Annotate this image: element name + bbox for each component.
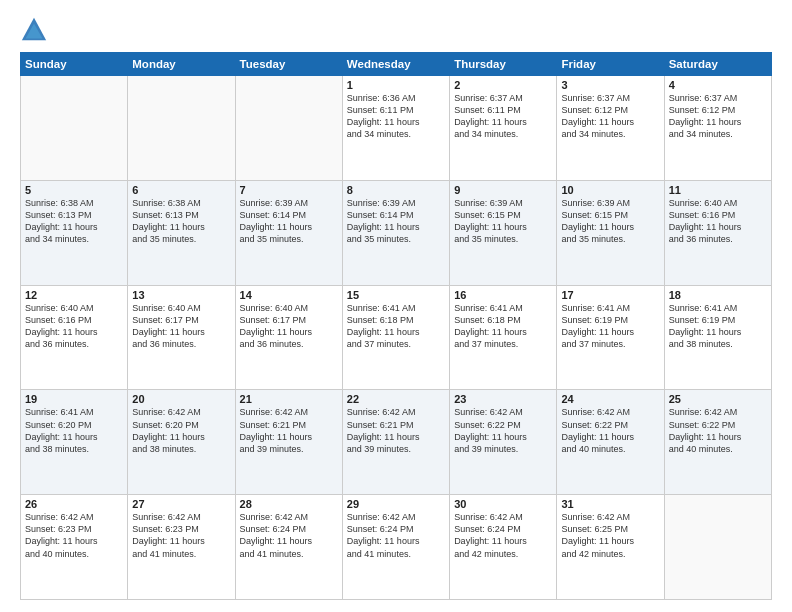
day-info: Sunrise: 6:41 AM Sunset: 6:19 PM Dayligh… [669, 302, 767, 351]
calendar-week-1: 5Sunrise: 6:38 AM Sunset: 6:13 PM Daylig… [21, 180, 772, 285]
day-number: 24 [561, 393, 659, 405]
calendar-cell [128, 76, 235, 181]
calendar-cell: 24Sunrise: 6:42 AM Sunset: 6:22 PM Dayli… [557, 390, 664, 495]
day-info: Sunrise: 6:39 AM Sunset: 6:15 PM Dayligh… [454, 197, 552, 246]
calendar-week-2: 12Sunrise: 6:40 AM Sunset: 6:16 PM Dayli… [21, 285, 772, 390]
day-info: Sunrise: 6:42 AM Sunset: 6:24 PM Dayligh… [240, 511, 338, 560]
day-info: Sunrise: 6:42 AM Sunset: 6:21 PM Dayligh… [347, 406, 445, 455]
day-info: Sunrise: 6:42 AM Sunset: 6:23 PM Dayligh… [25, 511, 123, 560]
day-number: 20 [132, 393, 230, 405]
day-info: Sunrise: 6:42 AM Sunset: 6:22 PM Dayligh… [669, 406, 767, 455]
day-number: 29 [347, 498, 445, 510]
calendar-cell: 27Sunrise: 6:42 AM Sunset: 6:23 PM Dayli… [128, 495, 235, 600]
calendar-cell [664, 495, 771, 600]
day-number: 25 [669, 393, 767, 405]
day-number: 23 [454, 393, 552, 405]
calendar-cell: 29Sunrise: 6:42 AM Sunset: 6:24 PM Dayli… [342, 495, 449, 600]
day-info: Sunrise: 6:41 AM Sunset: 6:19 PM Dayligh… [561, 302, 659, 351]
calendar-cell: 1Sunrise: 6:36 AM Sunset: 6:11 PM Daylig… [342, 76, 449, 181]
day-number: 28 [240, 498, 338, 510]
day-info: Sunrise: 6:40 AM Sunset: 6:17 PM Dayligh… [132, 302, 230, 351]
day-number: 21 [240, 393, 338, 405]
day-info: Sunrise: 6:42 AM Sunset: 6:21 PM Dayligh… [240, 406, 338, 455]
day-info: Sunrise: 6:40 AM Sunset: 6:16 PM Dayligh… [669, 197, 767, 246]
day-info: Sunrise: 6:42 AM Sunset: 6:24 PM Dayligh… [347, 511, 445, 560]
calendar-cell: 21Sunrise: 6:42 AM Sunset: 6:21 PM Dayli… [235, 390, 342, 495]
calendar-cell: 30Sunrise: 6:42 AM Sunset: 6:24 PM Dayli… [450, 495, 557, 600]
calendar-cell: 31Sunrise: 6:42 AM Sunset: 6:25 PM Dayli… [557, 495, 664, 600]
day-number: 12 [25, 289, 123, 301]
day-number: 7 [240, 184, 338, 196]
day-info: Sunrise: 6:38 AM Sunset: 6:13 PM Dayligh… [132, 197, 230, 246]
day-number: 3 [561, 79, 659, 91]
day-number: 13 [132, 289, 230, 301]
calendar-cell: 12Sunrise: 6:40 AM Sunset: 6:16 PM Dayli… [21, 285, 128, 390]
day-number: 8 [347, 184, 445, 196]
day-number: 5 [25, 184, 123, 196]
calendar-cell: 2Sunrise: 6:37 AM Sunset: 6:11 PM Daylig… [450, 76, 557, 181]
calendar-cell: 9Sunrise: 6:39 AM Sunset: 6:15 PM Daylig… [450, 180, 557, 285]
day-info: Sunrise: 6:36 AM Sunset: 6:11 PM Dayligh… [347, 92, 445, 141]
calendar-cell: 26Sunrise: 6:42 AM Sunset: 6:23 PM Dayli… [21, 495, 128, 600]
calendar-cell: 3Sunrise: 6:37 AM Sunset: 6:12 PM Daylig… [557, 76, 664, 181]
calendar-cell: 7Sunrise: 6:39 AM Sunset: 6:14 PM Daylig… [235, 180, 342, 285]
day-info: Sunrise: 6:37 AM Sunset: 6:12 PM Dayligh… [561, 92, 659, 141]
day-number: 22 [347, 393, 445, 405]
day-number: 17 [561, 289, 659, 301]
day-number: 6 [132, 184, 230, 196]
day-number: 11 [669, 184, 767, 196]
day-number: 31 [561, 498, 659, 510]
day-number: 16 [454, 289, 552, 301]
calendar-table: SundayMondayTuesdayWednesdayThursdayFrid… [20, 52, 772, 600]
weekday-header-wednesday: Wednesday [342, 53, 449, 76]
day-info: Sunrise: 6:42 AM Sunset: 6:22 PM Dayligh… [561, 406, 659, 455]
day-number: 4 [669, 79, 767, 91]
day-info: Sunrise: 6:40 AM Sunset: 6:16 PM Dayligh… [25, 302, 123, 351]
page: SundayMondayTuesdayWednesdayThursdayFrid… [0, 0, 792, 612]
calendar-week-0: 1Sunrise: 6:36 AM Sunset: 6:11 PM Daylig… [21, 76, 772, 181]
calendar-cell: 14Sunrise: 6:40 AM Sunset: 6:17 PM Dayli… [235, 285, 342, 390]
calendar-cell: 28Sunrise: 6:42 AM Sunset: 6:24 PM Dayli… [235, 495, 342, 600]
calendar-cell [235, 76, 342, 181]
weekday-header-friday: Friday [557, 53, 664, 76]
day-number: 19 [25, 393, 123, 405]
day-number: 30 [454, 498, 552, 510]
day-number: 15 [347, 289, 445, 301]
header [20, 16, 772, 44]
calendar-week-4: 26Sunrise: 6:42 AM Sunset: 6:23 PM Dayli… [21, 495, 772, 600]
calendar-cell: 15Sunrise: 6:41 AM Sunset: 6:18 PM Dayli… [342, 285, 449, 390]
day-number: 10 [561, 184, 659, 196]
weekday-header-monday: Monday [128, 53, 235, 76]
weekday-header-saturday: Saturday [664, 53, 771, 76]
calendar-cell: 4Sunrise: 6:37 AM Sunset: 6:12 PM Daylig… [664, 76, 771, 181]
calendar-cell: 10Sunrise: 6:39 AM Sunset: 6:15 PM Dayli… [557, 180, 664, 285]
weekday-header-thursday: Thursday [450, 53, 557, 76]
calendar-cell: 5Sunrise: 6:38 AM Sunset: 6:13 PM Daylig… [21, 180, 128, 285]
day-info: Sunrise: 6:42 AM Sunset: 6:23 PM Dayligh… [132, 511, 230, 560]
weekday-header-tuesday: Tuesday [235, 53, 342, 76]
day-number: 26 [25, 498, 123, 510]
day-info: Sunrise: 6:37 AM Sunset: 6:12 PM Dayligh… [669, 92, 767, 141]
day-info: Sunrise: 6:41 AM Sunset: 6:18 PM Dayligh… [347, 302, 445, 351]
day-info: Sunrise: 6:42 AM Sunset: 6:25 PM Dayligh… [561, 511, 659, 560]
day-number: 1 [347, 79, 445, 91]
calendar-week-3: 19Sunrise: 6:41 AM Sunset: 6:20 PM Dayli… [21, 390, 772, 495]
day-number: 27 [132, 498, 230, 510]
calendar-cell: 25Sunrise: 6:42 AM Sunset: 6:22 PM Dayli… [664, 390, 771, 495]
calendar-cell: 20Sunrise: 6:42 AM Sunset: 6:20 PM Dayli… [128, 390, 235, 495]
day-number: 18 [669, 289, 767, 301]
day-info: Sunrise: 6:37 AM Sunset: 6:11 PM Dayligh… [454, 92, 552, 141]
day-info: Sunrise: 6:38 AM Sunset: 6:13 PM Dayligh… [25, 197, 123, 246]
calendar-cell: 22Sunrise: 6:42 AM Sunset: 6:21 PM Dayli… [342, 390, 449, 495]
day-info: Sunrise: 6:39 AM Sunset: 6:14 PM Dayligh… [347, 197, 445, 246]
calendar-cell [21, 76, 128, 181]
day-number: 14 [240, 289, 338, 301]
calendar-cell: 13Sunrise: 6:40 AM Sunset: 6:17 PM Dayli… [128, 285, 235, 390]
logo [20, 16, 52, 44]
logo-icon [20, 16, 48, 44]
calendar-cell: 16Sunrise: 6:41 AM Sunset: 6:18 PM Dayli… [450, 285, 557, 390]
calendar-cell: 11Sunrise: 6:40 AM Sunset: 6:16 PM Dayli… [664, 180, 771, 285]
day-info: Sunrise: 6:41 AM Sunset: 6:18 PM Dayligh… [454, 302, 552, 351]
day-info: Sunrise: 6:42 AM Sunset: 6:20 PM Dayligh… [132, 406, 230, 455]
calendar-cell: 23Sunrise: 6:42 AM Sunset: 6:22 PM Dayli… [450, 390, 557, 495]
